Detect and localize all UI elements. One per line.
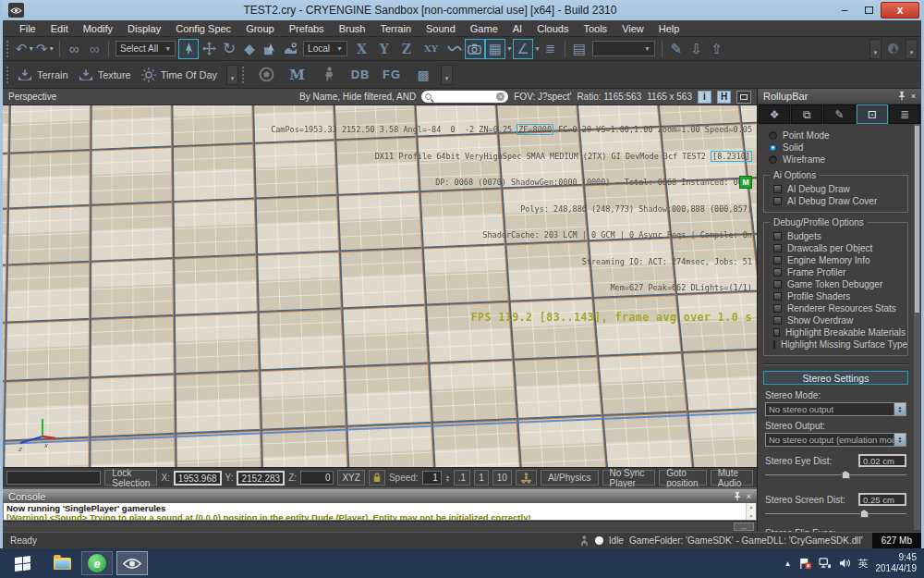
toolbar-overflow-button[interactable]: ▾ — [869, 39, 881, 59]
z-coord-input[interactable]: 0 — [300, 471, 334, 485]
start-button[interactable] — [0, 548, 44, 578]
select-terrain-tool-button[interactable] — [280, 39, 300, 59]
checkbox-icon[interactable] — [773, 340, 775, 349]
browser-button[interactable]: e — [81, 551, 113, 575]
scale-tool-button[interactable]: ◆ — [239, 39, 260, 59]
console-close-icon[interactable]: × — [747, 492, 751, 501]
tray-expand-icon[interactable]: ▲ — [784, 560, 792, 568]
checkbox-icon[interactable] — [773, 232, 782, 240]
menu-edit[interactable]: Edit — [43, 20, 76, 36]
move-tool-button[interactable] — [199, 39, 219, 59]
checkbox-renderer-resources-stats[interactable]: Renderer Resources Stats — [766, 302, 906, 314]
filter-mode-label[interactable]: By Name, Hide filtered, AND — [299, 92, 416, 102]
rollupbar-header[interactable]: RollupBar × — [758, 89, 921, 104]
checkbox-icon[interactable] — [773, 256, 782, 264]
tab-objects[interactable]: ❖ — [759, 105, 790, 124]
close-button[interactable]: x — [881, 2, 919, 18]
menu-tools[interactable]: Tools — [576, 20, 614, 36]
search-clear-icon[interactable]: × — [496, 92, 505, 101]
radio-icon[interactable] — [769, 131, 777, 140]
checkbox-icon[interactable] — [773, 185, 782, 193]
lock-axis-y-button[interactable]: Y — [373, 42, 395, 56]
scroll-down-icon[interactable]: ▼ — [749, 513, 754, 519]
menu-group[interactable]: Group — [238, 20, 282, 36]
lock-selection-button[interactable]: Lock Selection — [104, 470, 157, 486]
database-view-button[interactable]: DB — [350, 65, 371, 85]
checkbox-frame-profiler[interactable]: Frame Profiler — [766, 266, 906, 278]
grid-snap-toggle[interactable]: ▦ — [485, 39, 505, 59]
rotate-tool-button[interactable]: ↻ — [219, 39, 239, 59]
viewport-maximize-button[interactable] — [736, 91, 751, 104]
stereo-mode-dropdown[interactable]: No stereo output ▲▼ — [765, 402, 906, 416]
terrain-button[interactable]: Terrain — [15, 65, 68, 85]
character-editor-button[interactable] — [319, 65, 339, 85]
undo-dropdown-caret[interactable]: ▼ — [28, 45, 34, 52]
menu-game[interactable]: Game — [463, 20, 505, 36]
stereo-eye-dist-slider[interactable] — [765, 469, 906, 480]
y-coord-input[interactable]: 2152.283 — [237, 471, 285, 486]
toolbar-grip[interactable] — [6, 41, 11, 57]
export-object-button[interactable]: ⇧ — [707, 39, 727, 59]
checkbox-ai-debug-draw[interactable]: AI Debug Draw — [766, 183, 906, 195]
tab-display[interactable]: ⊡ — [857, 105, 888, 124]
rollupbar-scrollbar[interactable] — [914, 124, 920, 530]
pin-icon[interactable] — [734, 492, 741, 501]
link-button[interactable]: ∞ — [64, 39, 84, 59]
menu-view[interactable]: View — [614, 20, 651, 36]
menu-prefabs[interactable]: Prefabs — [282, 20, 332, 36]
sandbox-taskbar-button[interactable] — [116, 551, 148, 575]
select-object-tool-button[interactable] — [260, 39, 280, 59]
dropdown-spinner-icon[interactable]: ▲▼ — [894, 403, 906, 415]
file-explorer-button[interactable] — [46, 551, 78, 575]
radio-icon[interactable] — [769, 155, 777, 164]
stereo-screen-dist-input[interactable]: 0.25 cm — [858, 493, 906, 506]
toolbar-overflow-button[interactable]: ▾ — [441, 65, 453, 85]
mute-audio-button[interactable]: Mute Audio — [711, 470, 753, 486]
selection-mask-button[interactable] — [883, 39, 904, 59]
checkbox-icon[interactable] — [773, 244, 782, 252]
menu-config-spec[interactable]: Config Spec — [168, 20, 238, 36]
edit-script-button[interactable]: ✎ — [666, 39, 687, 59]
render-mode-wireframe[interactable]: Wireframe — [761, 154, 910, 166]
menu-file[interactable]: File — [12, 20, 43, 36]
toolbar-grip[interactable] — [6, 67, 11, 83]
checkbox-highlight-breakable-materials[interactable]: Highlight Breakable Materials — [766, 326, 906, 338]
checkbox-show-overdraw[interactable]: Show Overdraw — [766, 314, 906, 326]
ui-emulator-button[interactable]: ▩ — [413, 65, 433, 85]
speed-preset-10-button[interactable]: 10 — [492, 470, 512, 486]
checkbox-game-token-debugger[interactable]: Game Token Debugger — [766, 278, 906, 290]
lock-axis-xy-button[interactable]: XY — [418, 43, 444, 54]
speed-preset-01-button[interactable]: .1 — [454, 470, 470, 486]
checkbox-icon[interactable] — [773, 304, 782, 313]
viewport-search-box[interactable]: × — [421, 91, 508, 103]
toolbar-grip[interactable] — [242, 67, 247, 83]
select-all-combo[interactable]: Select All▼ — [116, 41, 176, 56]
select-tool-button[interactable] — [178, 39, 199, 59]
toolbar-overflow-button[interactable]: ▾ — [906, 39, 918, 59]
render-mode-point[interactable]: Point Mode — [761, 129, 910, 141]
viewport-view-label[interactable]: Perspective — [8, 92, 56, 102]
console-scrollbar[interactable]: ▲▼ — [746, 503, 756, 520]
angle-snap-caret[interactable]: ▼ — [534, 45, 541, 52]
dropdown-spinner-icon[interactable]: ▲▼ — [894, 434, 906, 446]
stereo-eye-dist-input[interactable]: 0.02 cm — [858, 454, 906, 467]
minimize-button[interactable]: – — [833, 2, 857, 18]
checkbox-icon[interactable] — [773, 328, 780, 337]
menu-help[interactable]: Help — [651, 20, 687, 36]
menu-clouds[interactable]: Clouds — [529, 20, 576, 36]
checkbox-icon[interactable] — [773, 280, 782, 289]
stereo-output-dropdown[interactable]: No stereo output (emulation mode ▲▼ — [765, 433, 906, 447]
named-selection-combo[interactable]: ▼ — [592, 41, 655, 56]
helpers-toggle-button[interactable]: H — [717, 91, 731, 104]
pin-icon[interactable] — [898, 92, 906, 101]
terrain-collision-button[interactable] — [516, 470, 537, 486]
menu-brush[interactable]: Brush — [332, 20, 373, 36]
lock-axis-x-button[interactable]: X — [350, 42, 373, 56]
toolbar-overflow-button[interactable]: ▾ — [226, 65, 238, 85]
taskbar-clock[interactable]: 9:45 2014/4/19 — [876, 552, 921, 574]
follow-terrain-button[interactable] — [444, 39, 465, 59]
checkbox-icon[interactable] — [773, 316, 782, 325]
checkbox-icon[interactable] — [773, 292, 782, 301]
slider-thumb[interactable] — [860, 510, 869, 518]
console-log[interactable]: Now running 'SinglePlayer' gamerules [Wa… — [3, 503, 757, 521]
